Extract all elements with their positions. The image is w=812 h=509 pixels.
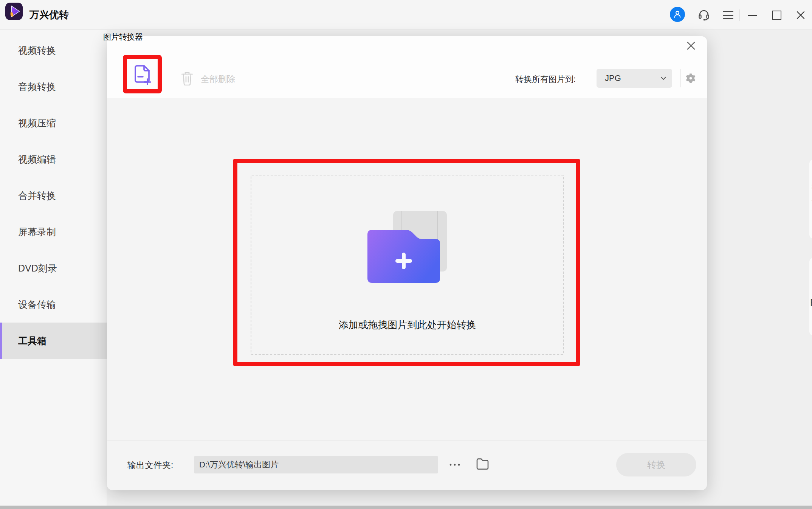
user-avatar[interactable] xyxy=(670,7,685,22)
sidebar-item-video-convert[interactable]: 视频转换 xyxy=(0,32,107,68)
output-path-input[interactable] xyxy=(194,456,438,473)
window-close-icon[interactable] xyxy=(796,10,806,20)
app-title: 万兴优转 xyxy=(29,0,69,30)
delete-all-button[interactable]: 全部删除 xyxy=(201,73,236,85)
ellipsis-button[interactable] xyxy=(445,456,464,473)
sidebar-item-dvd-burn[interactable]: DVD刻录 xyxy=(0,250,107,286)
sidebar-item-device-transfer[interactable]: 设备传输 xyxy=(0,286,107,323)
minimize-icon[interactable] xyxy=(748,15,757,16)
convert-all-label: 转换所有图片到: xyxy=(515,74,576,85)
format-dropdown[interactable]: JPG xyxy=(597,69,672,88)
modal-toolbar xyxy=(107,36,707,98)
chevron-down-icon xyxy=(660,75,667,82)
format-dropdown-value: JPG xyxy=(605,69,621,88)
gear-icon[interactable] xyxy=(685,73,696,84)
image-converter-modal: 全部删除 转换所有图片到: JPG xyxy=(107,36,707,490)
sidebar-item-screen-record[interactable]: 屏幕录制 xyxy=(0,214,107,250)
trash-icon[interactable] xyxy=(181,71,193,85)
toolbar-divider xyxy=(177,67,177,89)
background-card: 据 音视频文 xyxy=(809,160,812,239)
sidebar-item-toolbox[interactable]: 工具箱 xyxy=(0,323,107,359)
toolbar-divider xyxy=(680,69,681,87)
title-bar: 万兴优转 xyxy=(0,0,812,30)
close-icon[interactable] xyxy=(686,40,696,51)
app-window: 万兴优转 视频转换 音频转换 视频压缩 xyxy=(0,0,812,509)
sidebar-item-audio-convert[interactable]: 音频转换 xyxy=(0,68,107,105)
sidebar: 视频转换 音频转换 视频压缩 视频编辑 合并转换 屏幕录制 DVD刻录 设备传输… xyxy=(0,30,107,509)
footer-divider xyxy=(107,440,707,441)
header-divider xyxy=(739,9,740,21)
add-file-button[interactable] xyxy=(133,64,151,84)
sidebar-item-merge-convert[interactable]: 合并转换 xyxy=(0,177,107,214)
modal-title: 图片转换器 xyxy=(103,32,143,42)
background-card: R格式并在 xyxy=(809,258,812,335)
app-logo-icon xyxy=(5,3,23,20)
open-folder-icon[interactable] xyxy=(476,458,489,470)
dropzone-hint: 添加或拖拽图片到此处开始转换 xyxy=(251,318,564,332)
sidebar-item-video-edit[interactable]: 视频编辑 xyxy=(0,141,107,177)
add-folder-graphic xyxy=(365,227,442,284)
menu-icon[interactable] xyxy=(723,11,733,19)
convert-button[interactable]: 转换 xyxy=(616,453,696,476)
headset-icon[interactable] xyxy=(698,9,710,21)
window-bottom-edge xyxy=(0,506,812,509)
output-folder-label: 输出文件夹: xyxy=(127,459,173,471)
background-card-subtitle: R格式并在 xyxy=(810,296,812,309)
maximize-icon[interactable] xyxy=(772,11,781,20)
sidebar-item-video-compress[interactable]: 视频压缩 xyxy=(0,105,107,141)
